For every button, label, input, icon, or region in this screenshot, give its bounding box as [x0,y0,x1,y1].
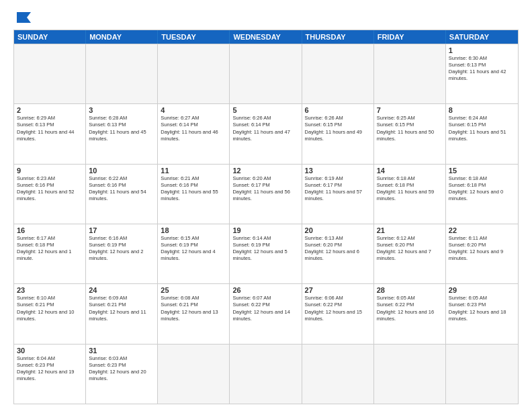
calendar-cell: 18Sunrise: 6:15 AM Sunset: 6:19 PM Dayli… [158,224,230,283]
cell-info: Sunrise: 6:13 AM Sunset: 6:20 PM Dayligh… [305,235,371,263]
cell-info: Sunrise: 6:18 AM Sunset: 6:18 PM Dayligh… [449,175,515,203]
calendar-cell: 10Sunrise: 6:22 AM Sunset: 6:16 PM Dayli… [86,165,158,224]
svg-marker-0 [17,12,31,23]
calendar-cell [158,44,230,103]
cell-info: Sunrise: 6:05 AM Sunset: 6:22 PM Dayligh… [377,295,443,322]
cell-info: Sunrise: 6:18 AM Sunset: 6:18 PM Dayligh… [377,175,443,203]
calendar-cell: 13Sunrise: 6:19 AM Sunset: 6:17 PM Dayli… [302,165,374,224]
cell-info: Sunrise: 6:26 AM Sunset: 6:14 PM Dayligh… [232,115,298,142]
calendar-row-4: 23Sunrise: 6:10 AM Sunset: 6:21 PM Dayli… [14,283,518,343]
day-number: 29 [449,286,515,294]
calendar-cell: 21Sunrise: 6:12 AM Sunset: 6:20 PM Dayli… [374,224,446,283]
calendar-cell: 20Sunrise: 6:13 AM Sunset: 6:20 PM Dayli… [302,224,374,283]
day-number: 24 [89,286,154,294]
calendar-cell: 28Sunrise: 6:05 AM Sunset: 6:22 PM Dayli… [374,284,446,343]
calendar-header-row: SundayMondayTuesdayWednesdayThursdayFrid… [14,30,518,44]
page: SundayMondayTuesdayWednesdayThursdayFrid… [0,0,532,411]
cell-info: Sunrise: 6:17 AM Sunset: 6:18 PM Dayligh… [17,235,83,263]
weekday-header-wednesday: Wednesday [230,30,302,44]
cell-info: Sunrise: 6:07 AM Sunset: 6:22 PM Dayligh… [232,295,298,322]
day-number: 23 [17,286,83,294]
day-number: 1 [449,46,515,54]
weekday-header-sunday: Sunday [14,30,86,44]
calendar-body: 1Sunrise: 6:30 AM Sunset: 6:13 PM Daylig… [14,44,518,404]
calendar-cell [302,44,374,103]
weekday-header-thursday: Thursday [302,30,374,44]
day-number: 2 [17,106,83,114]
day-number: 10 [89,167,154,175]
calendar-row-0: 1Sunrise: 6:30 AM Sunset: 6:13 PM Daylig… [14,44,518,103]
calendar-cell: 5Sunrise: 6:26 AM Sunset: 6:14 PM Daylig… [230,104,302,163]
calendar-cell: 7Sunrise: 6:25 AM Sunset: 6:15 PM Daylig… [374,104,446,163]
calendar-cell: 19Sunrise: 6:14 AM Sunset: 6:19 PM Dayli… [230,224,302,283]
cell-info: Sunrise: 6:19 AM Sunset: 6:17 PM Dayligh… [305,175,371,203]
calendar-cell [14,44,86,103]
calendar-cell: 3Sunrise: 6:28 AM Sunset: 6:13 PM Daylig… [86,104,158,163]
day-number: 21 [377,226,443,234]
cell-info: Sunrise: 6:06 AM Sunset: 6:22 PM Dayligh… [305,295,371,322]
cell-info: Sunrise: 6:05 AM Sunset: 6:23 PM Dayligh… [449,295,515,322]
cell-info: Sunrise: 6:27 AM Sunset: 6:14 PM Dayligh… [161,115,226,142]
cell-info: Sunrise: 6:16 AM Sunset: 6:19 PM Dayligh… [89,235,154,263]
cell-info: Sunrise: 6:24 AM Sunset: 6:15 PM Dayligh… [449,115,515,142]
cell-info: Sunrise: 6:04 AM Sunset: 6:23 PM Dayligh… [17,355,83,383]
calendar-cell: 4Sunrise: 6:27 AM Sunset: 6:14 PM Daylig… [158,104,230,163]
weekday-header-saturday: Saturday [446,30,518,44]
day-number: 5 [232,106,298,114]
calendar-cell: 1Sunrise: 6:30 AM Sunset: 6:13 PM Daylig… [446,44,518,103]
day-number: 22 [449,226,515,234]
calendar-cell: 26Sunrise: 6:07 AM Sunset: 6:22 PM Dayli… [230,284,302,343]
calendar-cell [86,44,158,103]
calendar-row-3: 16Sunrise: 6:17 AM Sunset: 6:18 PM Dayli… [14,224,518,283]
cell-info: Sunrise: 6:20 AM Sunset: 6:17 PM Dayligh… [232,175,298,203]
calendar-cell: 15Sunrise: 6:18 AM Sunset: 6:18 PM Dayli… [446,165,518,224]
day-number: 14 [377,167,443,175]
calendar-cell [302,345,374,404]
calendar-cell [230,44,302,103]
day-number: 7 [377,106,443,114]
day-number: 18 [161,226,226,234]
cell-info: Sunrise: 6:15 AM Sunset: 6:19 PM Dayligh… [161,235,226,263]
calendar: SundayMondayTuesdayWednesdayThursdayFrid… [13,30,519,404]
day-number: 28 [377,286,443,294]
day-number: 9 [17,167,83,175]
day-number: 30 [17,347,83,355]
cell-info: Sunrise: 6:08 AM Sunset: 6:21 PM Dayligh… [161,295,226,322]
day-number: 19 [232,226,298,234]
calendar-cell [446,345,518,404]
cell-info: Sunrise: 6:12 AM Sunset: 6:20 PM Dayligh… [377,235,443,263]
day-number: 25 [161,286,226,294]
cell-info: Sunrise: 6:11 AM Sunset: 6:20 PM Dayligh… [449,235,515,263]
cell-info: Sunrise: 6:22 AM Sunset: 6:16 PM Dayligh… [89,175,154,203]
calendar-row-5: 30Sunrise: 6:04 AM Sunset: 6:23 PM Dayli… [14,344,518,404]
calendar-row-1: 2Sunrise: 6:29 AM Sunset: 6:13 PM Daylig… [14,103,518,163]
cell-info: Sunrise: 6:03 AM Sunset: 6:23 PM Dayligh… [89,355,154,383]
logo-flag-icon [15,11,34,24]
calendar-cell: 29Sunrise: 6:05 AM Sunset: 6:23 PM Dayli… [446,284,518,343]
calendar-cell: 11Sunrise: 6:21 AM Sunset: 6:16 PM Dayli… [158,165,230,224]
calendar-row-2: 9Sunrise: 6:23 AM Sunset: 6:16 PM Daylig… [14,164,518,224]
logo-text [13,11,34,24]
cell-info: Sunrise: 6:29 AM Sunset: 6:13 PM Dayligh… [17,115,83,142]
logo [13,11,34,24]
calendar-cell: 16Sunrise: 6:17 AM Sunset: 6:18 PM Dayli… [14,224,86,283]
day-number: 4 [161,106,226,114]
weekday-header-monday: Monday [86,30,158,44]
day-number: 27 [305,286,371,294]
calendar-cell: 6Sunrise: 6:26 AM Sunset: 6:15 PM Daylig… [302,104,374,163]
cell-info: Sunrise: 6:09 AM Sunset: 6:21 PM Dayligh… [89,295,154,322]
cell-info: Sunrise: 6:21 AM Sunset: 6:16 PM Dayligh… [161,175,226,203]
day-number: 8 [449,106,515,114]
calendar-cell: 12Sunrise: 6:20 AM Sunset: 6:17 PM Dayli… [230,165,302,224]
day-number: 16 [17,226,83,234]
day-number: 3 [89,106,154,114]
cell-info: Sunrise: 6:28 AM Sunset: 6:13 PM Dayligh… [89,115,154,142]
calendar-cell: 31Sunrise: 6:03 AM Sunset: 6:23 PM Dayli… [86,345,158,404]
day-number: 26 [232,286,298,294]
calendar-cell: 14Sunrise: 6:18 AM Sunset: 6:18 PM Dayli… [374,165,446,224]
header [13,11,519,24]
day-number: 11 [161,167,226,175]
weekday-header-friday: Friday [374,30,446,44]
calendar-cell: 2Sunrise: 6:29 AM Sunset: 6:13 PM Daylig… [14,104,86,163]
day-number: 13 [305,167,371,175]
